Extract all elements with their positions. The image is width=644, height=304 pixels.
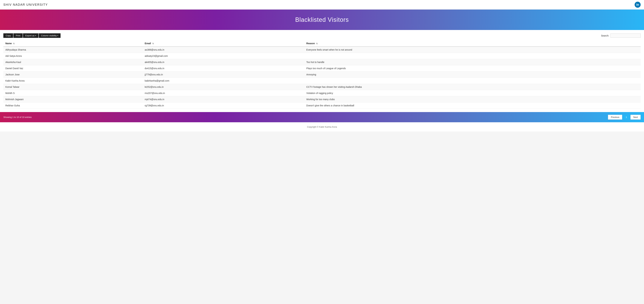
- cell-reason: Annoying: [304, 72, 641, 78]
- table-row: Abhyudaya Sharmaas388@snu.edu.inEveryone…: [3, 47, 641, 53]
- cell-name: Mohnish Jagwani: [3, 96, 143, 103]
- next-button[interactable]: Next: [630, 115, 641, 120]
- cell-reason: Plays too much of League of Legends: [304, 65, 641, 72]
- table-row: Adi Satya Aroraadisaty23@gmail.com: [3, 53, 641, 59]
- export-button[interactable]: Export as: [23, 33, 38, 38]
- table-row: Daniel David Vazdv415@snu.edu.inPlays to…: [3, 65, 641, 72]
- cell-reason: Violation of ragging policy: [304, 90, 641, 96]
- toolbar: Copy Print Export as Column visibility S…: [3, 33, 641, 38]
- col-name[interactable]: Name ⇅: [3, 40, 143, 47]
- cell-email: mj474@snu.edu.in: [143, 96, 304, 103]
- sort-icon-reason: ⇅: [316, 42, 318, 45]
- copyright-text: Copyright © Kabir Kanha Arora: [307, 126, 337, 128]
- cell-name: Abhyudaya Sharma: [3, 47, 143, 53]
- page-title: Blacklisted Visitors: [3, 16, 641, 23]
- cell-email: adisaty23@gmail.com: [143, 53, 304, 59]
- cell-email: kt252@snu.edu.in: [143, 84, 304, 90]
- data-table: Name ⇅ Email ⇅ Reason ⇅ Abhyudaya Sharma…: [3, 40, 641, 109]
- cell-email: jj779@snu.edu.in: [143, 72, 304, 78]
- search-input[interactable]: [610, 33, 641, 38]
- table-body: Abhyudaya Sharmaas388@snu.edu.inEveryone…: [3, 47, 641, 109]
- logo-text: Shiv Nadar University: [3, 3, 48, 6]
- cell-email: dv415@snu.edu.in: [143, 65, 304, 72]
- cell-email: rg739@snu.edu.in: [143, 103, 304, 109]
- cell-email: ak405@snu.edu.in: [143, 59, 304, 65]
- cell-name: Adi Satya Arora: [3, 53, 143, 59]
- search-label: Search:: [601, 34, 609, 37]
- toolbar-left: Copy Print Export as Column visibility: [3, 33, 60, 38]
- cell-reason: Doesn't give the others a chance in bask…: [304, 103, 641, 109]
- sort-icon-name: ⇅: [13, 42, 14, 45]
- col-reason[interactable]: Reason ⇅: [304, 40, 641, 47]
- table-row: Mohnish Jagwanimj474@snu.edu.inWorking f…: [3, 96, 641, 103]
- previous-button[interactable]: Previous: [608, 115, 622, 120]
- table-row: Komal Talwarkt252@snu.edu.inCCTV footage…: [3, 84, 641, 90]
- table-row: Rebhav Guharg739@snu.edu.inDoesn't give …: [3, 103, 641, 109]
- search-area: Search:: [601, 33, 641, 38]
- cell-reason: Too hot to handle: [304, 59, 641, 65]
- pagination: Previous 1 Next: [608, 115, 641, 120]
- col-email[interactable]: Email ⇅: [143, 40, 304, 47]
- cell-name: Daniel David Vaz: [3, 65, 143, 72]
- copy-button[interactable]: Copy: [3, 33, 13, 38]
- entries-info: Showing 1 to 10 of 10 entries: [3, 116, 32, 118]
- sort-icon-email: ⇅: [152, 42, 154, 45]
- cell-name: Rebhav Guha: [3, 103, 143, 109]
- cell-reason: [304, 53, 641, 59]
- cell-name: Kabir Kanha Arora: [3, 78, 143, 84]
- cell-name: Komal Talwar: [3, 84, 143, 90]
- cell-email: as388@snu.edu.in: [143, 47, 304, 53]
- table-row: Kabir Kanha Arorakabirkanha@gmail.com: [3, 78, 641, 84]
- cell-email: kabirkanha@gmail.com: [143, 78, 304, 84]
- page-footer: Copyright © Kabir Kanha Arora: [0, 122, 644, 132]
- page-1-button[interactable]: 1: [623, 115, 630, 120]
- cell-name: Mohith S: [3, 90, 143, 96]
- cell-reason: Everyone feels smart when he is not arou…: [304, 47, 641, 53]
- table-footer: Showing 1 to 10 of 10 entries Previous 1…: [0, 112, 644, 122]
- cell-name: Jackson Jose: [3, 72, 143, 78]
- table-row: Akanksha Kaulak405@snu.edu.inToo hot to …: [3, 59, 641, 65]
- header: Shiv Nadar University in: [0, 0, 644, 9]
- cell-reason: [304, 78, 641, 84]
- main-content: Copy Print Export as Column visibility S…: [0, 30, 644, 112]
- table-row: Mohith Sms207@snu.edu.inViolation of rag…: [3, 90, 641, 96]
- cell-name: Akanksha Kaul: [3, 59, 143, 65]
- table-row: Jackson Josejj779@snu.edu.inAnnoying: [3, 72, 641, 78]
- table-header: Name ⇅ Email ⇅ Reason ⇅: [3, 40, 641, 47]
- column-visibility-button[interactable]: Column visibility: [39, 33, 60, 38]
- logo: Shiv Nadar University: [3, 3, 48, 6]
- linkedin-icon[interactable]: in: [634, 2, 641, 8]
- print-button[interactable]: Print: [14, 33, 23, 38]
- cell-reason: Working for too many clubs: [304, 96, 641, 103]
- cell-email: ms207@snu.edu.in: [143, 90, 304, 96]
- cell-reason: CCTV footage has shown her visiting Aada…: [304, 84, 641, 90]
